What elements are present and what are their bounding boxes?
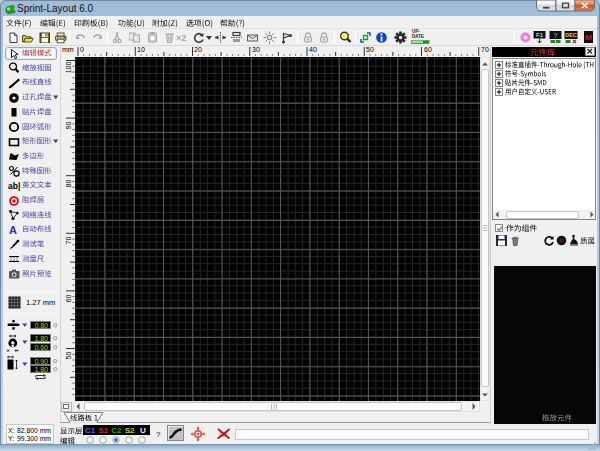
svg-text:?: ? (554, 32, 558, 39)
svg-text:ab|: ab| (8, 181, 20, 191)
svg-text:DEC: DEC (565, 32, 577, 38)
svg-text:M: M (585, 33, 592, 42)
svg-text:F1: F1 (536, 32, 544, 38)
svg-text:A: A (9, 224, 17, 236)
